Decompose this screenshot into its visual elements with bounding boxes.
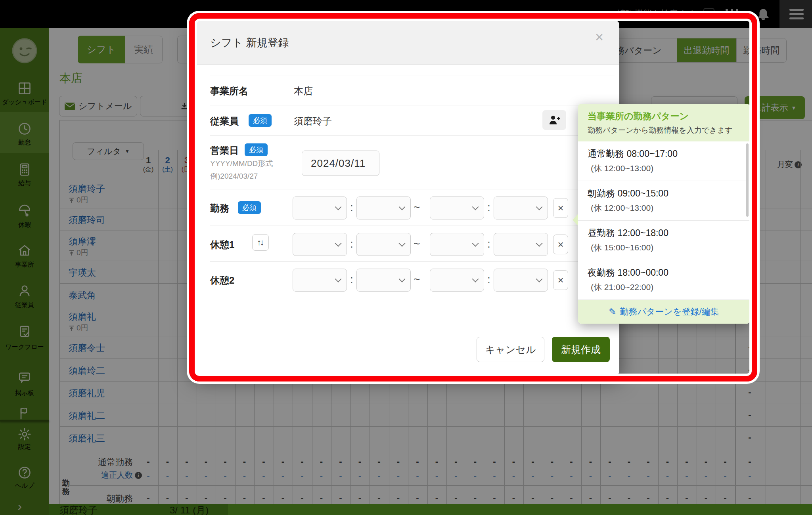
shift-time-label: 勤務 (210, 202, 229, 215)
shift-time-select-3[interactable] (430, 196, 484, 219)
edit-patterns-link[interactable]: ✎ 勤務パターンを登録/編集 (578, 300, 750, 324)
popover-arrow (573, 214, 578, 226)
popover-header (578, 104, 750, 141)
shift-time-select-1[interactable] (293, 196, 347, 219)
date-format-hint: YYYY/MM/DD形式 (210, 158, 273, 169)
separator: : (487, 273, 490, 286)
pattern-name-time: 通常勤務 08:00~17:00 (588, 148, 678, 160)
pattern-break: (休 12:00~13:00) (591, 163, 653, 174)
separator: : (487, 238, 490, 250)
break1-time-select-4[interactable] (494, 233, 548, 256)
separator: ~ (414, 273, 420, 286)
shift-clear-button[interactable]: × (553, 198, 568, 218)
pattern-break: (休 21:00~22:00) (591, 282, 653, 293)
separator: : (350, 273, 353, 286)
shift-time-select-4[interactable] (494, 196, 548, 219)
break1-time-select-2[interactable] (356, 233, 411, 256)
separator: ~ (414, 201, 420, 214)
break1-time-select-1[interactable] (293, 233, 347, 256)
pattern-name-time: 夜勤務 18:00~00:00 (588, 267, 668, 279)
pattern-break: (休 15:00~16:00) (591, 242, 653, 253)
separator: : (487, 201, 490, 214)
date-example-hint: 例)2024/03/27 (210, 171, 258, 181)
employee-label: 従業員 (210, 115, 239, 128)
work-pattern-item[interactable]: 朝勤務 09:00~15:00(休 12:00~13:00) (578, 181, 750, 221)
break2-time-select-3[interactable] (430, 269, 484, 292)
separator: ~ (414, 238, 420, 250)
break2-time-select-1[interactable] (293, 269, 347, 292)
work-pattern-item[interactable]: 通常勤務 08:00~17:00(休 12:00~13:00) (578, 141, 750, 181)
required-badge: 必須 (245, 143, 268, 156)
separator: : (350, 201, 353, 214)
date-label: 営業日 (210, 144, 239, 157)
employee-value: 須磨玲子 (294, 115, 332, 128)
cancel-button[interactable]: キャンセル (477, 337, 544, 362)
office-label: 事業所名 (210, 85, 248, 97)
break2-time-select-4[interactable] (494, 269, 548, 292)
break2-label: 休憩2 (210, 274, 234, 287)
break1-label: 休憩1 (210, 238, 234, 251)
swap-breaks-button[interactable]: ↑↓ (252, 234, 269, 251)
pattern-break: (休 12:00~13:00) (591, 202, 653, 214)
person-add-icon (548, 115, 560, 125)
separator: : (350, 238, 353, 250)
work-pattern-popover: 当事業所の勤務パターン 勤務パターンから勤務情報を入力できます 通常勤務 08:… (578, 104, 750, 324)
office-value: 本店 (294, 85, 313, 97)
break1-time-select-3[interactable] (430, 233, 484, 256)
modal-title: シフト 新規登録 (210, 36, 289, 50)
add-employee-button[interactable] (542, 110, 566, 130)
required-badge: 必須 (238, 201, 261, 214)
break1-clear-button[interactable]: × (553, 235, 568, 254)
break2-clear-button[interactable]: × (553, 270, 568, 290)
work-pattern-item[interactable]: 昼勤務 12:00~18:00(休 15:00~16:00) (578, 221, 750, 260)
break2-time-select-2[interactable] (356, 269, 411, 292)
popover-scrollbar[interactable] (746, 143, 749, 217)
pattern-name-time: 昼勤務 12:00~18:00 (588, 227, 668, 239)
popover-title: 当事業所の勤務パターン (588, 110, 689, 122)
business-date-input[interactable]: 2024/03/11 (302, 151, 379, 176)
close-icon[interactable]: × (595, 30, 603, 44)
shift-create-modal: シフト 新規登録 × 事業所名 本店 従業員 必須 須磨玲子 営業日 必須 YY… (193, 21, 619, 375)
shift-time-select-2[interactable] (356, 196, 411, 219)
pattern-name-time: 朝勤務 09:00~15:00 (588, 187, 668, 200)
create-button[interactable]: 新規作成 (552, 337, 610, 362)
screen: 拡張機能を検索する / ダッシュボード勤怠給与休暇事業所従業員ワークフロー掲示板… (0, 0, 812, 515)
work-pattern-item[interactable]: 夜勤務 18:00~00:00(休 21:00~22:00) (578, 260, 750, 300)
required-badge: 必須 (249, 114, 272, 127)
pencil-icon: ✎ (609, 307, 616, 317)
popover-subtitle: 勤務パターンから勤務情報を入力できます (588, 125, 732, 135)
